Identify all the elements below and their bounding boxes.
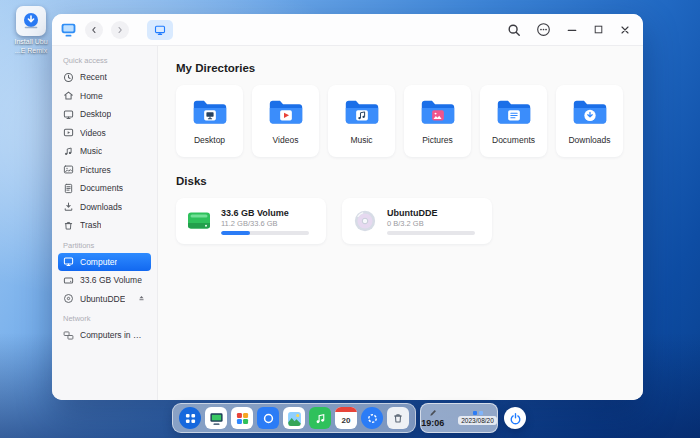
- file-manager-icon[interactable]: [205, 407, 227, 429]
- eject-icon[interactable]: [137, 294, 146, 303]
- home-icon: [63, 90, 74, 101]
- folder-card-downloads[interactable]: Downloads: [556, 85, 623, 157]
- image-viewer-icon[interactable]: [283, 407, 305, 429]
- sidebar-item-volume[interactable]: 33.6 GB Volume: [58, 271, 151, 290]
- monitor-icon: [63, 109, 74, 120]
- sidebar-item-videos[interactable]: Videos: [58, 124, 151, 143]
- disc-icon: [63, 293, 74, 304]
- cd-disc-icon: [352, 209, 378, 233]
- folder-icon-desktop: [192, 98, 228, 130]
- browser-icon[interactable]: [257, 407, 279, 429]
- hard-drive-icon: [63, 275, 74, 286]
- app-store-icon[interactable]: [231, 407, 253, 429]
- disk-info: 33.6 GB Volume 11.2 GB/33.6 GB: [221, 208, 309, 235]
- section-label-partitions: Partitions: [52, 235, 157, 253]
- chevron-right-icon: [115, 25, 125, 35]
- sidebar-item-pictures[interactable]: Pictures: [58, 161, 151, 180]
- sidebar-item-recent[interactable]: Recent: [58, 68, 151, 87]
- titlebar-right-group: [507, 22, 631, 37]
- disk-progress-fill: [221, 231, 250, 235]
- sidebar-item-home[interactable]: Home: [58, 87, 151, 106]
- sidebar-item-label: Pictures: [80, 165, 111, 175]
- power-icon: [509, 412, 522, 425]
- search-button[interactable]: [507, 23, 521, 37]
- sidebar-item-music[interactable]: Music: [58, 142, 151, 161]
- hard-drive-green-icon: [186, 210, 212, 232]
- chevron-left-icon: [89, 25, 99, 35]
- sidebar-item-ubuntudde[interactable]: UbuntuDDE: [58, 290, 151, 309]
- sidebar-item-label: Computers in LAN: [80, 330, 146, 340]
- folder-label: Desktop: [194, 135, 225, 145]
- folder-card-pictures[interactable]: Pictures: [404, 85, 471, 157]
- disk-card-ubuntudde[interactable]: UbuntuDDE 0 B/3.2 GB: [342, 198, 492, 244]
- back-button[interactable]: [85, 21, 103, 39]
- ellipsis-icon: [536, 22, 551, 37]
- directories-grid: Desktop Videos Music Pictures: [176, 85, 623, 157]
- window-body: Quick access Recent Home Desktop Videos: [52, 46, 643, 400]
- clock-icon: [63, 72, 74, 83]
- maximize-icon: [593, 24, 604, 35]
- close-button[interactable]: [619, 24, 631, 36]
- more-options-button[interactable]: [536, 22, 551, 37]
- maximize-button[interactable]: [593, 24, 604, 35]
- minimize-button[interactable]: [566, 24, 578, 36]
- folder-icon-music: [344, 98, 380, 130]
- sidebar-item-desktop[interactable]: Desktop: [58, 105, 151, 124]
- disk-name: 33.6 GB Volume: [221, 208, 309, 218]
- forward-button[interactable]: [111, 21, 129, 39]
- calendar-icon[interactable]: 20: [335, 407, 357, 429]
- sidebar-item-documents[interactable]: Documents: [58, 179, 151, 198]
- disk-card-volume[interactable]: 33.6 GB Volume 11.2 GB/33.6 GB: [176, 198, 326, 244]
- sidebar-item-downloads[interactable]: Downloads: [58, 198, 151, 217]
- disks-row: 33.6 GB Volume 11.2 GB/33.6 GB UbuntuDDE…: [176, 198, 623, 244]
- folder-label: Documents: [492, 135, 535, 145]
- folder-card-desktop[interactable]: Desktop: [176, 85, 243, 157]
- folder-card-documents[interactable]: Documents: [480, 85, 547, 157]
- sidebar-item-label: 33.6 GB Volume: [80, 275, 142, 285]
- titlebar[interactable]: [52, 14, 643, 46]
- folder-card-music[interactable]: Music: [328, 85, 395, 157]
- sidebar-item-label: Trash: [80, 220, 101, 230]
- lan-icon: [63, 330, 74, 341]
- sidebar-item-label: Home: [80, 91, 103, 101]
- sidebar-item-computers-in-lan[interactable]: Computers in LAN: [58, 326, 151, 345]
- sidebar-item-trash[interactable]: Trash: [58, 216, 151, 235]
- pencil-icon: [429, 409, 437, 417]
- disk-usage: 0 B/3.2 GB: [387, 219, 475, 228]
- trash-icon: [63, 220, 74, 231]
- minimize-icon: [566, 24, 578, 36]
- trash-dock-icon[interactable]: [387, 407, 409, 429]
- install-ubuntudde-shortcut[interactable]: Install Ubu ...E Remix: [4, 6, 58, 55]
- computer-app-icon: [60, 21, 77, 38]
- section-label-network: Network: [52, 308, 157, 326]
- section-label-quick-access: Quick access: [52, 50, 157, 68]
- folder-label: Downloads: [568, 135, 610, 145]
- directories-heading: My Directories: [176, 62, 623, 74]
- shutdown-button[interactable]: [504, 407, 526, 429]
- control-center-icon[interactable]: [361, 407, 383, 429]
- disk-info: UbuntuDDE 0 B/3.2 GB: [387, 208, 475, 235]
- sidebar-item-label: Desktop: [80, 109, 111, 119]
- disk-name: UbuntuDDE: [387, 208, 475, 218]
- disk-progress-track: [387, 231, 475, 235]
- folder-icon-documents: [496, 98, 532, 130]
- clock-widget[interactable]: 19:06 2023/08/20: [420, 403, 498, 433]
- music-player-icon[interactable]: [309, 407, 331, 429]
- calendar-day: 20: [342, 416, 351, 425]
- time-group: 19:06: [421, 409, 444, 428]
- sidebar-item-computer[interactable]: Computer: [58, 253, 151, 272]
- folder-card-videos[interactable]: Videos: [252, 85, 319, 157]
- main-content: My Directories Desktop Videos Music: [158, 46, 643, 400]
- close-icon: [619, 24, 631, 36]
- sidebar-item-label: Computer: [80, 257, 117, 267]
- sidebar: Quick access Recent Home Desktop Videos: [52, 46, 158, 400]
- folder-label: Videos: [273, 135, 299, 145]
- folder-label: Pictures: [422, 135, 453, 145]
- sidebar-item-label: Videos: [80, 128, 106, 138]
- mini-widgets-icon: [473, 411, 483, 415]
- launcher-icon[interactable]: [179, 407, 201, 429]
- sidebar-item-label: Recent: [80, 72, 107, 82]
- search-icon: [507, 23, 521, 37]
- computer-view-toggle[interactable]: [147, 20, 173, 40]
- folder-icon-videos: [268, 98, 304, 130]
